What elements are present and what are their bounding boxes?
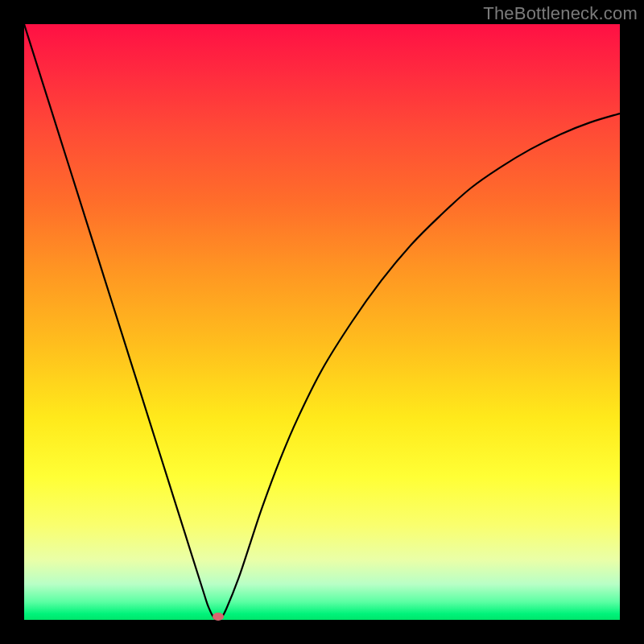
minimum-marker <box>213 613 224 621</box>
curve-path <box>24 24 620 620</box>
watermark-text: TheBottleneck.com <box>483 3 638 24</box>
chart-frame: TheBottleneck.com <box>0 0 644 644</box>
plot-area <box>24 24 620 620</box>
bottleneck-curve <box>24 24 620 620</box>
